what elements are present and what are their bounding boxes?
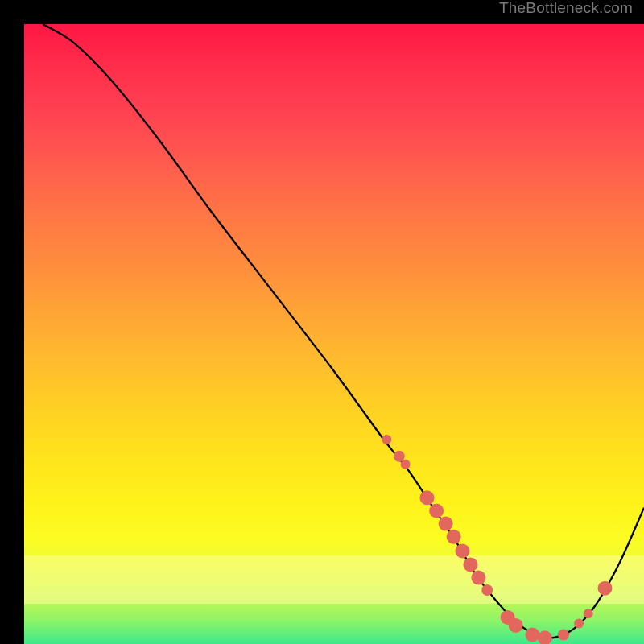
data-marker <box>525 628 539 642</box>
data-marker <box>574 619 584 629</box>
data-marker <box>420 490 435 505</box>
plot-area <box>24 24 644 644</box>
chart-frame <box>12 12 632 632</box>
data-marker <box>509 618 523 633</box>
data-marker <box>471 571 485 585</box>
data-marker <box>481 584 493 596</box>
data-marker <box>382 435 391 444</box>
data-marker <box>584 609 593 618</box>
marker-group <box>382 435 612 644</box>
data-marker <box>401 460 411 469</box>
attribution-label: TheBottleneck.com <box>499 0 633 17</box>
bottleneck-curve <box>43 24 644 638</box>
data-marker <box>439 517 453 531</box>
data-marker <box>463 557 477 572</box>
data-marker <box>598 581 613 596</box>
data-marker <box>447 530 461 544</box>
data-marker <box>429 504 444 518</box>
data-marker <box>558 630 569 641</box>
data-marker <box>538 630 552 644</box>
curve-layer <box>24 24 644 644</box>
data-marker <box>455 544 469 559</box>
